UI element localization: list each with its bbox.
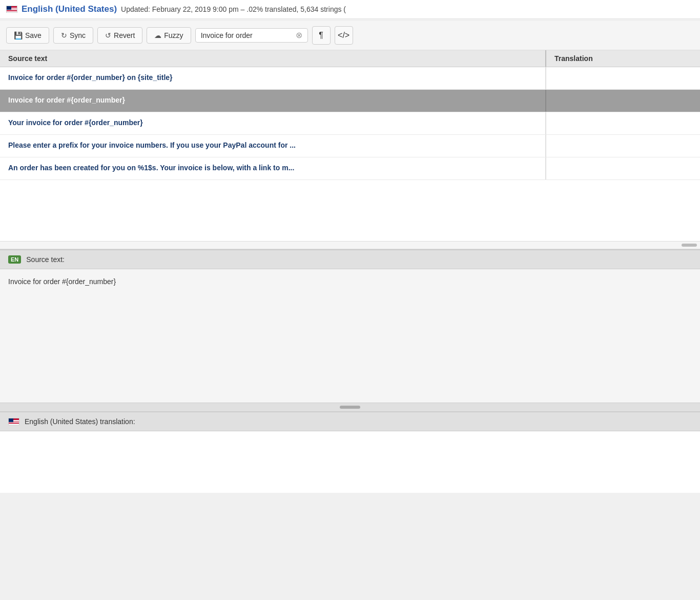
revert-icon: ↺ xyxy=(105,31,111,39)
translation-panel-header: English (United States) translation: xyxy=(0,412,700,431)
translation-cell xyxy=(546,157,700,179)
table-row[interactable]: Your invoice for order #{order_number} xyxy=(0,112,700,135)
fuzzy-icon: ☁ xyxy=(154,31,161,39)
search-input[interactable] xyxy=(201,31,293,39)
revert-label: Revert xyxy=(114,31,135,39)
source-cell: Please enter a prefix for your invoice n… xyxy=(0,135,546,157)
source-cell: An order has been created for you on %1$… xyxy=(0,157,546,179)
scrollbar-handle xyxy=(682,244,697,247)
code-button[interactable]: </> xyxy=(335,26,353,45)
translation-panel: English (United States) translation: xyxy=(0,411,700,493)
translation-cell xyxy=(546,90,700,112)
fuzzy-label: Fuzzy xyxy=(164,31,183,39)
list-scrollbar[interactable] xyxy=(0,242,700,249)
sync-label: Sync xyxy=(70,31,86,39)
search-clear-icon[interactable]: ⊗ xyxy=(296,31,302,39)
pilcrow-icon: ¶ xyxy=(319,31,323,40)
save-label: Save xyxy=(25,31,42,39)
sync-icon: ↻ xyxy=(61,31,67,39)
table-row[interactable]: An order has been created for you on %1$… xyxy=(0,157,700,180)
search-box: ⊗ xyxy=(195,28,308,43)
translation-flag-icon xyxy=(8,418,19,425)
header-title-bar: English (United States) Updated: Februar… xyxy=(0,0,700,19)
string-text: Your invoice for order #{order_number} xyxy=(8,118,143,127)
code-icon: </> xyxy=(338,31,349,40)
revert-button[interactable]: ↺ Revert xyxy=(97,27,142,44)
en-badge: EN xyxy=(8,255,21,264)
language-name: English (United States) xyxy=(22,4,117,14)
save-button[interactable]: 💾 Save xyxy=(6,27,49,44)
source-cell: Invoice for order #{order_number} xyxy=(0,90,546,112)
translation-panel-title: English (United States) translation: xyxy=(25,417,135,426)
string-text: An order has been created for you on %1$… xyxy=(8,164,294,172)
language-meta: Updated: February 22, 2019 9:00 pm – .02… xyxy=(121,5,346,13)
string-text: Invoice for order #{order_number} on {si… xyxy=(8,73,173,82)
translation-cell xyxy=(546,67,700,89)
table-row[interactable]: Invoice for order #{order_number} xyxy=(0,90,700,112)
toolbar: 💾 Save ↻ Sync ↺ Revert ☁ Fuzzy ⊗ ¶ </> xyxy=(0,21,700,50)
source-text-header: Source text xyxy=(0,50,546,67)
source-text-content: Invoice for order #{order_number} xyxy=(0,269,700,403)
translation-header: Translation xyxy=(546,50,700,67)
save-icon: 💾 xyxy=(14,31,23,39)
list-empty-area xyxy=(0,180,700,242)
source-panel-title: Source text: xyxy=(26,255,65,264)
string-list: Invoice for order #{order_number} on {si… xyxy=(0,67,700,180)
table-row[interactable]: Invoice for order #{order_number} on {si… xyxy=(0,67,700,90)
source-panel: EN Source text: Invoice for order #{orde… xyxy=(0,249,700,403)
string-text: Invoice for order #{order_number} xyxy=(8,96,125,104)
split-header: Source text Translation xyxy=(0,50,700,67)
source-scrollbar-handle xyxy=(340,406,360,409)
fuzzy-button[interactable]: ☁ Fuzzy xyxy=(147,27,191,44)
source-cell: Invoice for order #{order_number} on {si… xyxy=(0,67,546,89)
string-text: Please enter a prefix for your invoice n… xyxy=(8,141,296,149)
translation-cell xyxy=(546,112,700,134)
source-panel-header: EN Source text: xyxy=(0,250,700,269)
table-row[interactable]: Please enter a prefix for your invoice n… xyxy=(0,135,700,157)
source-cell: Your invoice for order #{order_number} xyxy=(0,112,546,134)
pilcrow-button[interactable]: ¶ xyxy=(312,26,331,45)
sync-button[interactable]: ↻ Sync xyxy=(53,27,93,44)
us-flag-icon xyxy=(6,6,17,13)
translation-text-area[interactable] xyxy=(0,431,700,493)
source-scrollbar[interactable] xyxy=(0,403,700,411)
translation-cell xyxy=(546,135,700,157)
